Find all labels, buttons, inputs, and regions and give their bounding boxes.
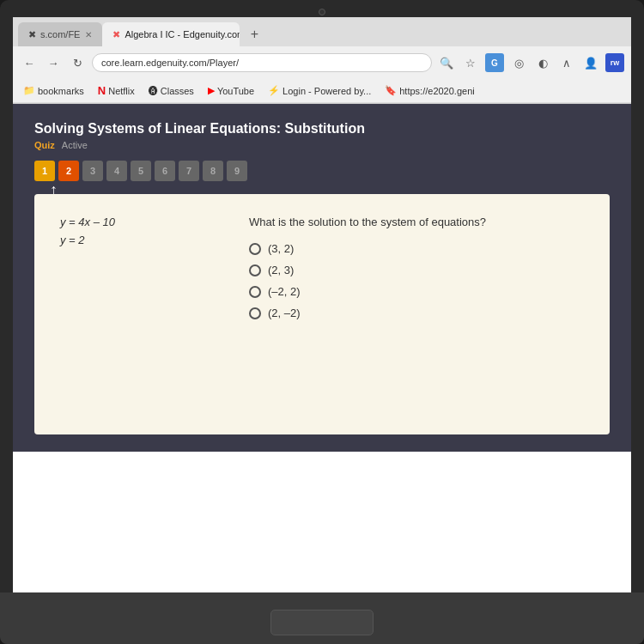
tab-label-1: s.com/FE — [40, 29, 80, 39]
camera-dot — [319, 9, 325, 15]
bookmark-icon-youtube: ▶ — [208, 85, 215, 96]
forward-button[interactable]: → — [44, 53, 63, 72]
active-label: Active — [62, 140, 88, 150]
radio-circle-4[interactable] — [249, 307, 261, 319]
question-nav: 1 2 3 4 5 6 — [34, 161, 610, 181]
question-nav-9[interactable]: 9 — [227, 161, 247, 181]
bookmark-url[interactable]: 🔖 https://e2020.geni — [381, 83, 477, 98]
radio-circle-3[interactable] — [249, 286, 261, 298]
option-label-1: (3, 2) — [268, 242, 294, 255]
bookmark-youtube[interactable]: ▶ YouTube — [204, 83, 258, 98]
option-4[interactable]: (2, –2) — [249, 307, 584, 319]
question-nav-7[interactable]: 7 — [179, 161, 199, 181]
tab-active[interactable]: ✖ Algebra I IC - Edgenuity.com ✕ — [102, 22, 240, 46]
bookmarks-bar: 📁 bookmarks N Netflix 🅐 Classes ▶ YouTub… — [13, 79, 631, 103]
bookmark-classes[interactable]: 🅐 Classes — [145, 84, 197, 98]
browser-screen: ✖ s.com/FE ✕ ✖ Algebra I IC - Edgenuity.… — [13, 17, 631, 592]
url-bar[interactable]: core.learn.edgenuity.com/Player/ — [92, 53, 432, 72]
extension-icon-1[interactable]: G — [485, 53, 504, 72]
address-bar: ← → ↻ core.learn.edgenuity.com/Player/ 🔍… — [13, 46, 631, 79]
question-nav-6[interactable]: 6 — [155, 161, 175, 181]
question-nav-5[interactable]: 5 — [131, 161, 151, 181]
equation-2: y = 2 — [60, 234, 232, 246]
bookmark-netflix[interactable]: N Netflix — [94, 82, 138, 99]
tab-inactive-1[interactable]: ✖ s.com/FE ✕ — [18, 22, 102, 46]
bookmark-icon-bookmarks: 📁 — [23, 85, 35, 96]
bookmark-label-youtube: YouTube — [217, 86, 254, 96]
radio-circle-2[interactable] — [249, 264, 261, 276]
extension-icon-4[interactable]: ∧ — [557, 53, 576, 72]
question-nav-1[interactable]: 1 — [34, 161, 55, 181]
option-2[interactable]: (2, 3) — [249, 264, 584, 276]
bookmark-label-login: Login - Powered by... — [283, 86, 371, 96]
bookmark-icon-netflix: N — [98, 84, 106, 97]
question-text: What is the solution to the system of eq… — [249, 216, 584, 228]
question-section: What is the solution to the system of eq… — [249, 216, 584, 319]
bookmark-icon-url: 🔖 — [385, 85, 397, 96]
laptop-bottom — [0, 592, 644, 644]
extension-icon-2[interactable]: ◎ — [509, 53, 528, 72]
equation-1: y = 4x – 10 — [60, 216, 232, 228]
tab-bar: ✖ s.com/FE ✕ ✖ Algebra I IC - Edgenuity.… — [13, 17, 631, 46]
extension-icon-5[interactable]: 👤 — [581, 53, 600, 72]
question-nav-4[interactable]: 4 — [106, 161, 127, 181]
equations-section: y = 4x – 10 y = 2 — [60, 216, 232, 252]
star-icon[interactable]: ☆ — [461, 53, 480, 72]
option-label-4: (2, –2) — [268, 307, 301, 319]
extension-icon-6[interactable]: rw — [605, 53, 624, 72]
option-3[interactable]: (–2, 2) — [249, 285, 584, 298]
tab-close-1[interactable]: ✕ — [85, 30, 92, 39]
content-wrapper: Solving Systems of Linear Equations: Sub… — [34, 121, 610, 434]
bookmark-label-classes: Classes — [161, 86, 194, 96]
bookmark-label-netflix: Netflix — [108, 86, 135, 96]
browser-chrome: ✖ s.com/FE ✕ ✖ Algebra I IC - Edgenuity.… — [13, 17, 631, 104]
extension-icon-3[interactable]: ◐ — [533, 53, 552, 72]
bookmark-label-url: https://e2020.geni — [399, 86, 474, 96]
bookmark-icon-login: ⚡ — [268, 85, 280, 96]
question-nav-2[interactable]: 2 — [58, 161, 79, 181]
new-tab-button[interactable]: + — [243, 23, 265, 46]
question-nav-8[interactable]: 8 — [203, 161, 223, 181]
radio-circle-1[interactable] — [249, 243, 261, 255]
laptop-bezel: ✖ s.com/FE ✕ ✖ Algebra I IC - Edgenuity.… — [0, 0, 644, 644]
bookmark-bookmarks[interactable]: 📁 bookmarks — [20, 83, 88, 98]
bookmark-label-bookmarks: bookmarks — [38, 86, 84, 96]
tab-icon-2: ✖ — [112, 29, 120, 40]
page-title: Solving Systems of Linear Equations: Sub… — [34, 121, 610, 137]
tab-icon-1: ✖ — [28, 29, 36, 40]
question-nav-3[interactable]: 3 — [82, 161, 103, 181]
back-button[interactable]: ← — [20, 53, 39, 72]
tab-label-2: Algebra I IC - Edgenuity.com — [125, 29, 240, 39]
search-icon[interactable]: 🔍 — [437, 53, 456, 72]
quiz-status: Quiz Active — [34, 140, 610, 150]
option-1[interactable]: (3, 2) — [249, 242, 584, 255]
quiz-card: y = 4x – 10 y = 2 What is the solution t… — [34, 194, 610, 434]
content-area: Solving Systems of Linear Equations: Sub… — [13, 104, 631, 452]
trackpad[interactable] — [270, 610, 374, 635]
quiz-label: Quiz — [34, 140, 55, 150]
bookmark-login[interactable]: ⚡ Login - Powered by... — [264, 83, 374, 98]
option-label-3: (–2, 2) — [268, 285, 301, 298]
option-label-2: (2, 3) — [268, 264, 294, 276]
bookmark-icon-classes: 🅐 — [149, 86, 158, 96]
refresh-button[interactable]: ↻ — [68, 53, 87, 72]
